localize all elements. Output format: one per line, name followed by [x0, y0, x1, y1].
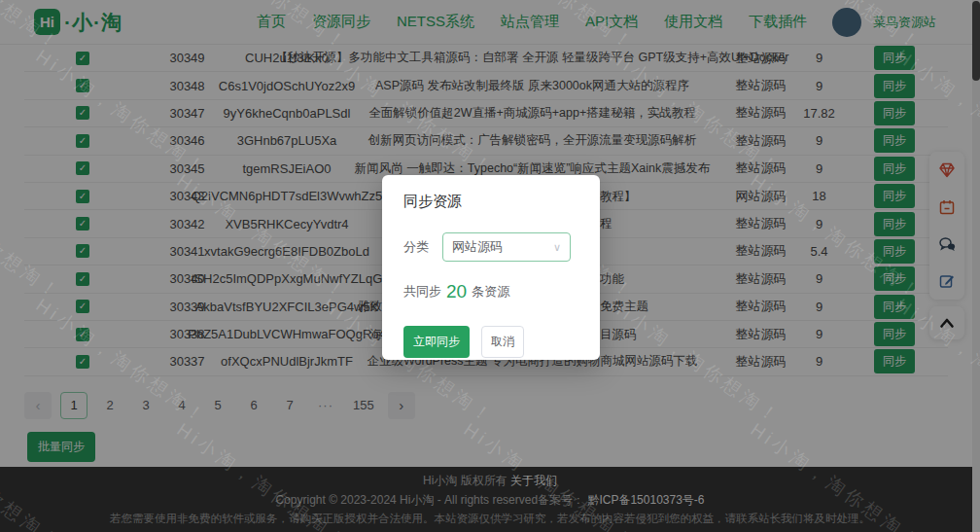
category-selected-value: 网站源码: [452, 238, 503, 256]
cancel-button[interactable]: 取消: [481, 326, 524, 358]
modal-actions: 立即同步 取消: [403, 326, 578, 358]
modal-title: 同步资源: [403, 193, 578, 211]
sync-summary: 共同步 20 条资源: [403, 281, 578, 302]
category-select[interactable]: 网站源码 ∨: [442, 232, 571, 262]
summary-count: 20: [446, 281, 467, 302]
confirm-sync-button[interactable]: 立即同步: [403, 326, 470, 358]
summary-suffix: 条资源: [472, 283, 509, 301]
category-label: 分类: [403, 238, 429, 256]
chevron-down-icon: ∨: [553, 241, 561, 254]
summary-prefix: 共同步: [403, 283, 441, 301]
category-form-row: 分类 网站源码 ∨: [403, 232, 578, 262]
sync-resource-modal: 同步资源 分类 网站源码 ∨ 共同步 20 条资源 立即同步 取消: [382, 175, 600, 360]
